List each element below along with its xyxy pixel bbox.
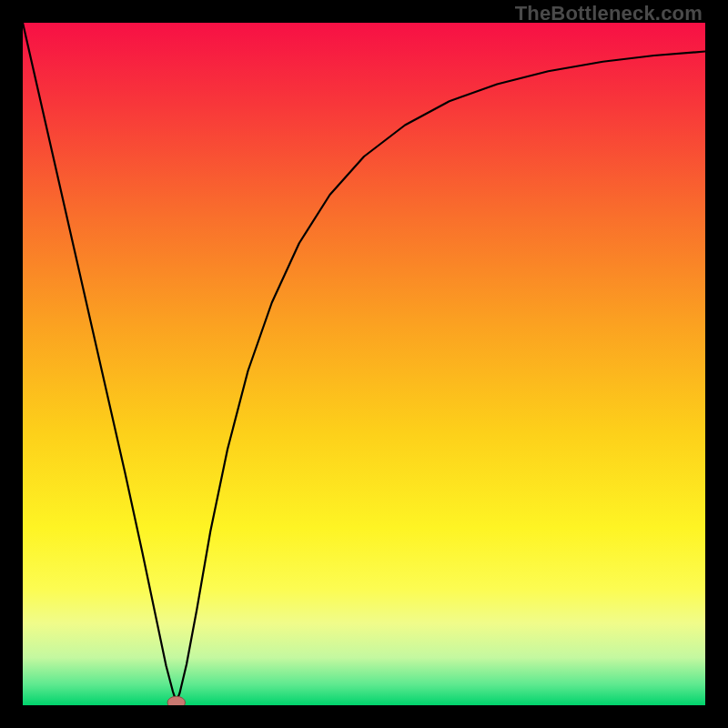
chart-plot-area bbox=[23, 23, 705, 705]
chart-svg bbox=[23, 23, 705, 705]
chart-frame: TheBottleneck.com bbox=[0, 0, 728, 728]
chart-background bbox=[23, 23, 705, 705]
reference-marker bbox=[167, 696, 186, 705]
